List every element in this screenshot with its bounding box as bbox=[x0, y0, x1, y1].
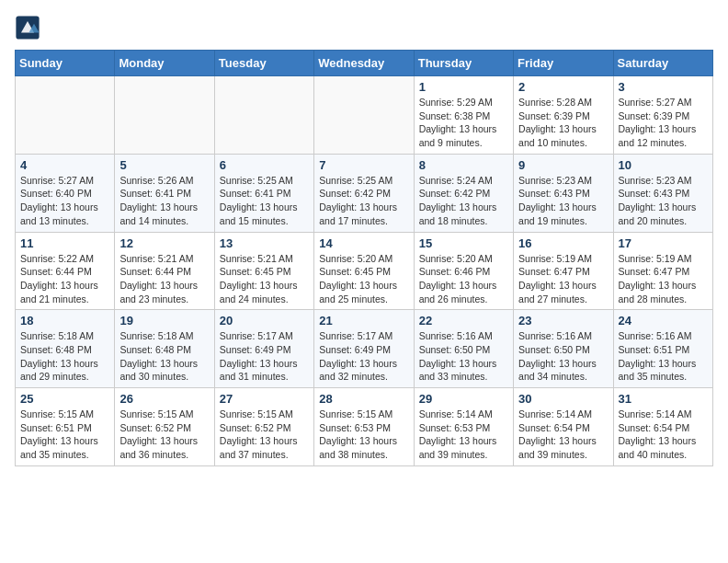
calendar-cell: 8Sunrise: 5:24 AM Sunset: 6:42 PM Daylig… bbox=[414, 154, 513, 232]
weekday-header-row: SundayMondayTuesdayWednesdayThursdayFrid… bbox=[16, 51, 713, 76]
week-row-1: 1Sunrise: 5:29 AM Sunset: 6:38 PM Daylig… bbox=[16, 76, 713, 155]
day-number: 7 bbox=[319, 158, 408, 172]
day-number: 24 bbox=[619, 314, 708, 327]
day-info: Sunrise: 5:19 AM Sunset: 6:47 PM Dayligh… bbox=[619, 252, 708, 306]
weekday-tuesday: Tuesday bbox=[214, 51, 313, 76]
week-row-4: 18Sunrise: 5:18 AM Sunset: 6:48 PM Dayli… bbox=[16, 310, 713, 388]
day-number: 1 bbox=[419, 80, 508, 94]
calendar-cell: 14Sunrise: 5:20 AM Sunset: 6:45 PM Dayli… bbox=[314, 232, 414, 310]
calendar-table: SundayMondayTuesdayWednesdayThursdayFrid… bbox=[15, 50, 713, 466]
calendar-cell: 6Sunrise: 5:25 AM Sunset: 6:41 PM Daylig… bbox=[214, 154, 313, 232]
calendar-cell: 22Sunrise: 5:16 AM Sunset: 6:50 PM Dayli… bbox=[414, 310, 513, 388]
calendar-body: 1Sunrise: 5:29 AM Sunset: 6:38 PM Daylig… bbox=[16, 76, 713, 466]
day-info: Sunrise: 5:25 AM Sunset: 6:42 PM Dayligh… bbox=[319, 174, 408, 228]
calendar-cell bbox=[314, 76, 414, 155]
calendar-cell: 31Sunrise: 5:14 AM Sunset: 6:54 PM Dayli… bbox=[613, 388, 712, 466]
calendar-cell bbox=[214, 76, 313, 155]
day-number: 16 bbox=[518, 236, 608, 250]
day-number: 3 bbox=[619, 80, 708, 94]
day-number: 22 bbox=[419, 314, 508, 327]
day-number: 29 bbox=[419, 392, 508, 406]
day-number: 30 bbox=[518, 392, 608, 406]
day-info: Sunrise: 5:15 AM Sunset: 6:53 PM Dayligh… bbox=[319, 408, 408, 462]
page-header bbox=[15, 15, 713, 40]
day-info: Sunrise: 5:19 AM Sunset: 6:47 PM Dayligh… bbox=[518, 252, 608, 306]
calendar-cell bbox=[16, 76, 115, 155]
day-info: Sunrise: 5:28 AM Sunset: 6:39 PM Dayligh… bbox=[518, 96, 608, 150]
day-info: Sunrise: 5:15 AM Sunset: 6:52 PM Dayligh… bbox=[119, 408, 209, 462]
weekday-thursday: Thursday bbox=[414, 51, 513, 76]
calendar-cell: 19Sunrise: 5:18 AM Sunset: 6:48 PM Dayli… bbox=[115, 310, 214, 388]
week-row-3: 11Sunrise: 5:22 AM Sunset: 6:44 PM Dayli… bbox=[16, 232, 713, 310]
calendar-cell bbox=[115, 76, 214, 155]
calendar-cell: 1Sunrise: 5:29 AM Sunset: 6:38 PM Daylig… bbox=[414, 76, 513, 155]
day-info: Sunrise: 5:24 AM Sunset: 6:42 PM Dayligh… bbox=[419, 174, 508, 228]
day-info: Sunrise: 5:14 AM Sunset: 6:54 PM Dayligh… bbox=[619, 408, 708, 462]
day-number: 5 bbox=[119, 158, 209, 172]
day-number: 14 bbox=[319, 236, 408, 250]
calendar-cell: 12Sunrise: 5:21 AM Sunset: 6:44 PM Dayli… bbox=[115, 232, 214, 310]
day-info: Sunrise: 5:17 AM Sunset: 6:49 PM Dayligh… bbox=[319, 329, 408, 384]
day-number: 6 bbox=[220, 158, 309, 172]
day-number: 25 bbox=[20, 392, 109, 406]
calendar-cell: 2Sunrise: 5:28 AM Sunset: 6:39 PM Daylig… bbox=[514, 76, 613, 155]
day-number: 23 bbox=[518, 314, 608, 327]
day-number: 17 bbox=[619, 236, 708, 250]
day-info: Sunrise: 5:29 AM Sunset: 6:38 PM Dayligh… bbox=[419, 96, 508, 150]
calendar-cell: 10Sunrise: 5:23 AM Sunset: 6:43 PM Dayli… bbox=[613, 154, 712, 232]
day-number: 26 bbox=[119, 392, 209, 406]
logo bbox=[15, 15, 42, 40]
day-number: 19 bbox=[119, 314, 209, 327]
day-info: Sunrise: 5:27 AM Sunset: 6:39 PM Dayligh… bbox=[619, 96, 708, 150]
day-number: 27 bbox=[220, 392, 309, 406]
day-info: Sunrise: 5:23 AM Sunset: 6:43 PM Dayligh… bbox=[619, 174, 708, 228]
day-info: Sunrise: 5:26 AM Sunset: 6:41 PM Dayligh… bbox=[119, 174, 209, 228]
logo-icon bbox=[15, 15, 40, 40]
weekday-saturday: Saturday bbox=[613, 51, 712, 76]
day-info: Sunrise: 5:21 AM Sunset: 6:45 PM Dayligh… bbox=[220, 252, 309, 306]
day-info: Sunrise: 5:20 AM Sunset: 6:45 PM Dayligh… bbox=[319, 252, 408, 306]
calendar-cell: 24Sunrise: 5:16 AM Sunset: 6:51 PM Dayli… bbox=[613, 310, 712, 388]
calendar-cell: 30Sunrise: 5:14 AM Sunset: 6:54 PM Dayli… bbox=[514, 388, 613, 466]
weekday-wednesday: Wednesday bbox=[314, 51, 414, 76]
calendar-cell: 16Sunrise: 5:19 AM Sunset: 6:47 PM Dayli… bbox=[514, 232, 613, 310]
calendar-cell: 20Sunrise: 5:17 AM Sunset: 6:49 PM Dayli… bbox=[214, 310, 313, 388]
day-number: 21 bbox=[319, 314, 408, 327]
calendar-cell: 7Sunrise: 5:25 AM Sunset: 6:42 PM Daylig… bbox=[314, 154, 414, 232]
day-info: Sunrise: 5:22 AM Sunset: 6:44 PM Dayligh… bbox=[20, 252, 109, 306]
day-number: 12 bbox=[119, 236, 209, 250]
day-info: Sunrise: 5:15 AM Sunset: 6:51 PM Dayligh… bbox=[20, 408, 109, 462]
calendar-cell: 28Sunrise: 5:15 AM Sunset: 6:53 PM Dayli… bbox=[314, 388, 414, 466]
day-info: Sunrise: 5:20 AM Sunset: 6:46 PM Dayligh… bbox=[419, 252, 508, 306]
weekday-friday: Friday bbox=[514, 51, 613, 76]
day-number: 31 bbox=[619, 392, 708, 406]
week-row-5: 25Sunrise: 5:15 AM Sunset: 6:51 PM Dayli… bbox=[16, 388, 713, 466]
calendar-cell: 3Sunrise: 5:27 AM Sunset: 6:39 PM Daylig… bbox=[613, 76, 712, 155]
calendar-cell: 9Sunrise: 5:23 AM Sunset: 6:43 PM Daylig… bbox=[514, 154, 613, 232]
day-info: Sunrise: 5:23 AM Sunset: 6:43 PM Dayligh… bbox=[518, 174, 608, 228]
day-info: Sunrise: 5:14 AM Sunset: 6:53 PM Dayligh… bbox=[419, 408, 508, 462]
day-info: Sunrise: 5:18 AM Sunset: 6:48 PM Dayligh… bbox=[119, 329, 209, 384]
day-number: 10 bbox=[619, 158, 708, 172]
calendar-cell: 5Sunrise: 5:26 AM Sunset: 6:41 PM Daylig… bbox=[115, 154, 214, 232]
calendar-cell: 18Sunrise: 5:18 AM Sunset: 6:48 PM Dayli… bbox=[16, 310, 115, 388]
day-number: 18 bbox=[20, 314, 109, 327]
day-number: 28 bbox=[319, 392, 408, 406]
calendar-cell: 27Sunrise: 5:15 AM Sunset: 6:52 PM Dayli… bbox=[214, 388, 313, 466]
calendar-cell: 23Sunrise: 5:16 AM Sunset: 6:50 PM Dayli… bbox=[514, 310, 613, 388]
weekday-sunday: Sunday bbox=[16, 51, 115, 76]
day-info: Sunrise: 5:25 AM Sunset: 6:41 PM Dayligh… bbox=[220, 174, 309, 228]
day-info: Sunrise: 5:18 AM Sunset: 6:48 PM Dayligh… bbox=[20, 329, 109, 384]
day-number: 20 bbox=[220, 314, 309, 327]
day-info: Sunrise: 5:15 AM Sunset: 6:52 PM Dayligh… bbox=[220, 408, 309, 462]
day-number: 11 bbox=[20, 236, 109, 250]
day-info: Sunrise: 5:16 AM Sunset: 6:51 PM Dayligh… bbox=[619, 329, 708, 384]
day-number: 4 bbox=[20, 158, 109, 172]
day-info: Sunrise: 5:27 AM Sunset: 6:40 PM Dayligh… bbox=[20, 174, 109, 228]
calendar-cell: 4Sunrise: 5:27 AM Sunset: 6:40 PM Daylig… bbox=[16, 154, 115, 232]
day-number: 9 bbox=[518, 158, 608, 172]
calendar-cell: 11Sunrise: 5:22 AM Sunset: 6:44 PM Dayli… bbox=[16, 232, 115, 310]
weekday-monday: Monday bbox=[115, 51, 214, 76]
day-info: Sunrise: 5:14 AM Sunset: 6:54 PM Dayligh… bbox=[518, 408, 608, 462]
day-info: Sunrise: 5:21 AM Sunset: 6:44 PM Dayligh… bbox=[119, 252, 209, 306]
